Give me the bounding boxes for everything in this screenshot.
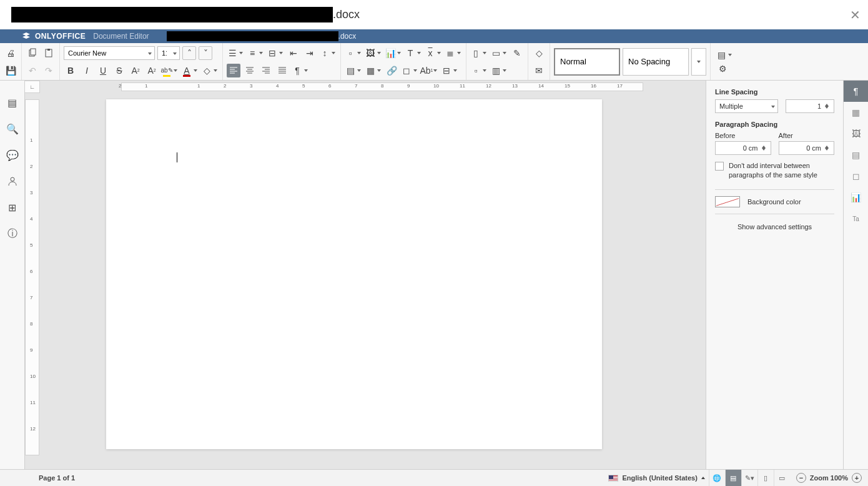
page-size-icon[interactable]: ▯ [470,46,481,60]
tab-textart-icon[interactable]: Ta [844,208,869,229]
tab-table-icon[interactable]: ▦ [844,102,869,123]
nonprinting-dropdown[interactable] [303,64,309,77]
zoom-in-button[interactable]: + [852,473,862,483]
font-name-box[interactable] [64,46,155,60]
plugins-icon[interactable]: ⊞ [6,201,19,214]
insert-contents-dropdown[interactable] [452,64,458,77]
font-name-input[interactable] [64,49,145,57]
number-list-dropdown[interactable] [258,46,264,60]
page-margins-dropdown[interactable] [481,64,488,77]
insert-page-dropdown[interactable] [356,46,362,60]
line-spacing-mode-select[interactable]: Multiple [715,99,778,113]
insert-table-icon[interactable]: ▦ [365,64,376,77]
decrease-indent-icon[interactable]: ⇤ [287,46,300,60]
line-spacing-icon[interactable]: ↕ [319,46,330,60]
insert-dropcap-icon[interactable]: ≣ [445,46,456,60]
tab-header-icon[interactable]: ▤ [844,144,869,166]
view-options-dropdown[interactable] [727,48,733,62]
align-justify-icon[interactable] [275,64,289,77]
tab-chart-icon[interactable]: 📊 [844,187,869,208]
tab-paragraph-icon[interactable]: ¶ [844,81,869,102]
subscript-icon[interactable]: A2 [145,64,159,77]
mailmerge-icon[interactable]: ✉ [532,64,546,77]
align-right-icon[interactable] [259,64,273,77]
line-spacing-value-input[interactable]: 1 [786,99,834,113]
align-center-icon[interactable] [243,64,257,77]
document-scroll[interactable]: 123456789101112 [25,93,706,469]
insert-dropcap-dropdown[interactable] [456,46,462,60]
view-options-icon[interactable]: ▤ [716,48,727,62]
about-icon[interactable]: ⓘ [6,227,19,241]
bullet-list-dropdown[interactable] [238,46,244,60]
multilevel-list-dropdown[interactable] [278,46,284,60]
shading-dropdown[interactable] [212,64,219,77]
user-icon[interactable] [6,174,19,188]
insert-header-dropdown[interactable] [356,64,362,77]
settings-gear-icon[interactable]: ⚙ [716,62,729,76]
style-gallery-more[interactable] [691,48,706,76]
page-margins-icon[interactable]: ▫ [470,64,481,77]
line-spacing-dropdown[interactable] [330,46,337,60]
shading-icon[interactable]: ◇ [201,64,212,77]
track-toggle-icon[interactable]: ✎▾ [741,470,757,486]
spacing-after-input[interactable]: 0 cm [779,141,835,155]
redo-icon[interactable]: ↷ [42,64,56,77]
font-size-box[interactable] [157,46,180,60]
ruler-corner[interactable]: ∟ [25,81,40,93]
superscript-icon[interactable]: A2 [129,64,142,77]
insert-footnote-icon[interactable]: Ab1 [421,64,432,77]
insert-shape-icon[interactable]: ◻ [401,64,412,77]
page-size-dropdown[interactable] [481,46,488,60]
font-color-dropdown[interactable] [192,64,199,77]
fit-width-icon[interactable]: ▭ [774,470,790,486]
page-orient-dropdown[interactable] [501,46,508,60]
language-selector[interactable]: English (United States) [608,474,704,482]
vertical-ruler[interactable]: 123456789101112 [25,99,39,455]
highlight-color-dropdown[interactable] [172,64,179,77]
page-indicator[interactable]: Page 1 of 1 [39,474,75,482]
insert-contents-icon[interactable]: ⊟ [441,64,452,77]
multilevel-list-icon[interactable]: ⊟ [267,46,278,60]
tracked-changes-icon[interactable]: ▤ [725,470,741,486]
insert-equation-icon[interactable]: x [425,46,436,60]
copy-icon[interactable] [26,46,39,60]
font-color-icon[interactable]: A [181,64,192,77]
align-left-icon[interactable] [227,64,240,77]
insert-link-icon[interactable]: 🔗 [385,64,398,77]
copy-style-icon[interactable]: ✎ [510,46,524,60]
comments-icon[interactable]: 💬 [6,148,19,162]
horizontal-ruler[interactable]: ∟ 211234567891011121314151617 [25,81,706,93]
fit-page-icon[interactable]: ▯ [757,470,774,486]
zoom-label[interactable]: Zoom 100% [810,474,848,482]
page-columns-icon[interactable]: ▥ [490,64,501,77]
italic-icon[interactable]: I [80,64,94,77]
insert-image-dropdown[interactable] [376,46,382,60]
undo-icon[interactable]: ↶ [26,64,39,77]
paste-icon[interactable] [42,46,56,60]
insert-header-icon[interactable]: ▤ [345,64,356,77]
style-normal[interactable]: Normal [554,48,620,76]
bgcolor-swatch[interactable] [715,196,740,207]
font-size-dropdown[interactable] [170,50,179,56]
style-no-spacing[interactable]: No Spacing [623,48,689,76]
bold-icon[interactable]: B [64,64,77,77]
print-icon[interactable]: 🖨 [4,46,17,60]
save-icon[interactable]: 💾 [4,64,17,77]
close-icon[interactable]: ✕ [850,7,861,22]
number-list-icon[interactable]: ≡ [247,46,258,60]
insert-shape-dropdown[interactable] [412,64,418,77]
nonprinting-icon[interactable]: ¶ [292,64,303,77]
file-panel-icon[interactable]: ▤ [6,96,19,109]
tab-shape-icon[interactable]: ◻ [844,166,869,187]
spacing-before-input[interactable]: 0 cm [715,141,771,155]
zoom-out-button[interactable]: − [796,473,806,483]
no-interval-checkbox[interactable]: Don't add interval between paragraphs of… [715,161,834,181]
insert-textbox-icon[interactable]: T [405,46,416,60]
insert-footnote-dropdown[interactable] [432,64,438,77]
clear-style-icon[interactable]: ◇ [532,46,546,60]
insert-table-dropdown[interactable] [376,64,382,77]
increase-indent-icon[interactable]: ⇥ [303,46,317,60]
advanced-settings-link[interactable]: Show advanced settings [715,223,834,231]
page[interactable] [106,99,602,449]
page-orient-icon[interactable]: ▭ [490,46,501,60]
